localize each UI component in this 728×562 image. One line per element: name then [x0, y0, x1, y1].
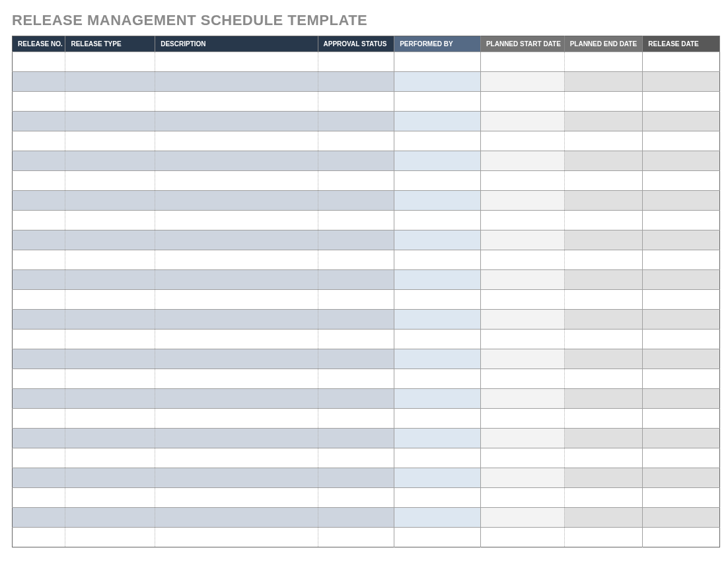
cell[interactable] — [480, 52, 564, 72]
cell[interactable] — [394, 310, 481, 330]
cell[interactable] — [155, 290, 318, 310]
cell[interactable] — [155, 310, 318, 330]
cell[interactable] — [394, 349, 481, 369]
cell[interactable] — [65, 250, 155, 270]
cell[interactable] — [643, 349, 720, 369]
cell[interactable] — [480, 349, 564, 369]
cell[interactable] — [564, 468, 643, 488]
cell[interactable] — [318, 488, 394, 508]
cell[interactable] — [13, 92, 65, 112]
cell[interactable] — [564, 528, 643, 547]
cell[interactable] — [564, 270, 643, 290]
cell[interactable] — [564, 250, 643, 270]
cell[interactable] — [13, 191, 65, 211]
cell[interactable] — [564, 369, 643, 389]
cell[interactable] — [155, 52, 318, 72]
cell[interactable] — [65, 310, 155, 330]
cell[interactable] — [65, 230, 155, 250]
cell[interactable] — [394, 131, 481, 151]
cell[interactable] — [480, 448, 564, 468]
cell[interactable] — [480, 131, 564, 151]
cell[interactable] — [318, 468, 394, 488]
cell[interactable] — [394, 429, 481, 448]
cell[interactable] — [564, 171, 643, 191]
cell[interactable] — [318, 349, 394, 369]
cell[interactable] — [564, 191, 643, 211]
cell[interactable] — [65, 429, 155, 448]
cell[interactable] — [643, 270, 720, 290]
cell[interactable] — [564, 488, 643, 508]
cell[interactable] — [155, 330, 318, 349]
cell[interactable] — [318, 52, 394, 72]
cell[interactable] — [480, 92, 564, 112]
cell[interactable] — [564, 448, 643, 468]
cell[interactable] — [65, 112, 155, 131]
cell[interactable] — [394, 409, 481, 429]
cell[interactable] — [564, 72, 643, 92]
cell[interactable] — [564, 330, 643, 349]
cell[interactable] — [394, 528, 481, 547]
cell[interactable] — [643, 429, 720, 448]
cell[interactable] — [480, 409, 564, 429]
cell[interactable] — [155, 250, 318, 270]
cell[interactable] — [318, 409, 394, 429]
cell[interactable] — [318, 429, 394, 448]
cell[interactable] — [155, 508, 318, 528]
cell[interactable] — [318, 448, 394, 468]
cell[interactable] — [13, 369, 65, 389]
cell[interactable] — [318, 230, 394, 250]
cell[interactable] — [643, 330, 720, 349]
cell[interactable] — [480, 112, 564, 131]
cell[interactable] — [643, 468, 720, 488]
cell[interactable] — [643, 488, 720, 508]
cell[interactable] — [564, 290, 643, 310]
cell[interactable] — [155, 409, 318, 429]
cell[interactable] — [394, 389, 481, 409]
cell[interactable] — [318, 310, 394, 330]
cell[interactable] — [643, 230, 720, 250]
cell[interactable] — [65, 448, 155, 468]
cell[interactable] — [394, 211, 481, 230]
cell[interactable] — [318, 389, 394, 409]
cell[interactable] — [564, 151, 643, 171]
cell[interactable] — [13, 310, 65, 330]
cell[interactable] — [13, 389, 65, 409]
cell[interactable] — [643, 72, 720, 92]
cell[interactable] — [394, 488, 481, 508]
cell[interactable] — [318, 131, 394, 151]
cell[interactable] — [13, 468, 65, 488]
cell[interactable] — [318, 330, 394, 349]
cell[interactable] — [394, 468, 481, 488]
cell[interactable] — [155, 171, 318, 191]
cell[interactable] — [480, 429, 564, 448]
cell[interactable] — [394, 330, 481, 349]
cell[interactable] — [643, 310, 720, 330]
cell[interactable] — [643, 92, 720, 112]
cell[interactable] — [564, 429, 643, 448]
cell[interactable] — [480, 290, 564, 310]
cell[interactable] — [480, 369, 564, 389]
cell[interactable] — [65, 349, 155, 369]
cell[interactable] — [643, 131, 720, 151]
cell[interactable] — [318, 112, 394, 131]
cell[interactable] — [318, 528, 394, 547]
cell[interactable] — [480, 508, 564, 528]
cell[interactable] — [480, 528, 564, 547]
cell[interactable] — [318, 369, 394, 389]
cell[interactable] — [318, 270, 394, 290]
cell[interactable] — [394, 52, 481, 72]
cell[interactable] — [65, 468, 155, 488]
cell[interactable] — [155, 131, 318, 151]
cell[interactable] — [394, 290, 481, 310]
cell[interactable] — [318, 72, 394, 92]
cell[interactable] — [480, 191, 564, 211]
cell[interactable] — [65, 151, 155, 171]
cell[interactable] — [155, 349, 318, 369]
cell[interactable] — [643, 250, 720, 270]
cell[interactable] — [318, 250, 394, 270]
cell[interactable] — [394, 230, 481, 250]
cell[interactable] — [65, 72, 155, 92]
cell[interactable] — [155, 429, 318, 448]
cell[interactable] — [13, 270, 65, 290]
cell[interactable] — [65, 369, 155, 389]
